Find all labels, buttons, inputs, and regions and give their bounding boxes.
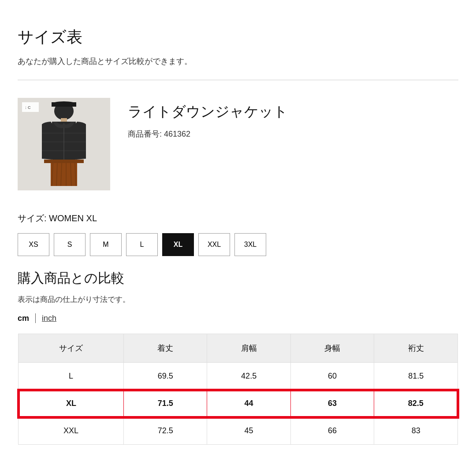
table-cell-xl-width: 63 xyxy=(290,390,374,417)
table-row-xl: XL 71.5 44 63 82.5 xyxy=(19,390,458,417)
size-button-xxl[interactable]: XXL xyxy=(198,233,230,256)
page-subtitle: あなたが購入した商品とサイズ比較ができます。 xyxy=(18,56,458,67)
size-table: サイズ 着丈 肩幅 身幅 裄丈 L 69.5 42.5 60 81.5 XL 7… xyxy=(18,334,458,445)
table-row-l: L 69.5 42.5 60 81.5 xyxy=(19,363,458,390)
svg-text:：C: ：C xyxy=(24,105,31,110)
unit-toggle: cm inch xyxy=(18,313,458,323)
product-number: 商品番号: 461362 xyxy=(128,129,288,139)
table-cell-size-xxl: XXL xyxy=(19,417,124,445)
page-title: サイズ表 xyxy=(18,26,458,48)
table-cell-l-length: 69.5 xyxy=(123,363,207,390)
comparison-note: 表示は商品の仕上がり寸法です。 xyxy=(18,294,458,305)
table-cell-xl-shoulder: 44 xyxy=(207,390,290,417)
size-button-3xl[interactable]: 3XL xyxy=(234,233,266,256)
product-section: ：C xyxy=(18,98,458,190)
table-cell-size-xl: XL xyxy=(19,390,124,417)
size-button-xl[interactable]: XL xyxy=(162,233,194,256)
size-button-xs[interactable]: XS xyxy=(18,233,49,256)
unit-inch-label[interactable]: inch xyxy=(42,314,56,323)
comparison-title: 購入商品との比較 xyxy=(18,269,458,287)
unit-divider xyxy=(35,313,36,323)
table-header-shoulder: 肩幅 xyxy=(207,334,290,363)
table-cell-xxl-width: 66 xyxy=(290,417,374,445)
product-info: ライトダウンジャケット 商品番号: 461362 xyxy=(128,98,288,139)
size-label: サイズ: WOMEN XL xyxy=(18,212,458,224)
size-button-m[interactable]: M xyxy=(90,233,122,256)
svg-rect-5 xyxy=(52,102,76,107)
size-button-s[interactable]: S xyxy=(54,233,86,256)
table-header-width: 身幅 xyxy=(290,334,374,363)
comparison-section: 購入商品との比較 表示は商品の仕上がり寸法です。 cm inch サイズ 着丈 … xyxy=(18,269,458,445)
table-cell-xxl-shoulder: 45 xyxy=(207,417,290,445)
unit-cm-label[interactable]: cm xyxy=(18,314,29,323)
table-cell-xxl-sleeve: 83 xyxy=(374,417,458,445)
divider xyxy=(18,80,458,80)
product-image: ：C xyxy=(18,98,110,190)
svg-rect-13 xyxy=(51,160,77,186)
svg-rect-14 xyxy=(44,160,84,163)
table-cell-l-width: 60 xyxy=(290,363,374,390)
table-cell-xl-sleeve: 82.5 xyxy=(374,390,458,417)
table-cell-l-sleeve: 81.5 xyxy=(374,363,458,390)
table-cell-l-shoulder: 42.5 xyxy=(207,363,290,390)
table-header-sleeve: 裄丈 xyxy=(374,334,458,363)
size-buttons: XS S M L XL XXL 3XL xyxy=(18,233,458,256)
table-header-size: サイズ xyxy=(19,334,124,363)
table-cell-size-l: L xyxy=(19,363,124,390)
table-cell-xl-length: 71.5 xyxy=(123,390,207,417)
size-button-l[interactable]: L xyxy=(126,233,158,256)
table-row-xxl: XXL 72.5 45 66 83 xyxy=(19,417,458,445)
table-cell-xxl-length: 72.5 xyxy=(123,417,207,445)
product-name: ライトダウンジャケット xyxy=(128,102,288,122)
table-header-row: サイズ 着丈 肩幅 身幅 裄丈 xyxy=(19,334,458,363)
size-section: サイズ: WOMEN XL XS S M L XL XXL 3XL xyxy=(18,212,458,256)
table-header-length: 着丈 xyxy=(123,334,207,363)
